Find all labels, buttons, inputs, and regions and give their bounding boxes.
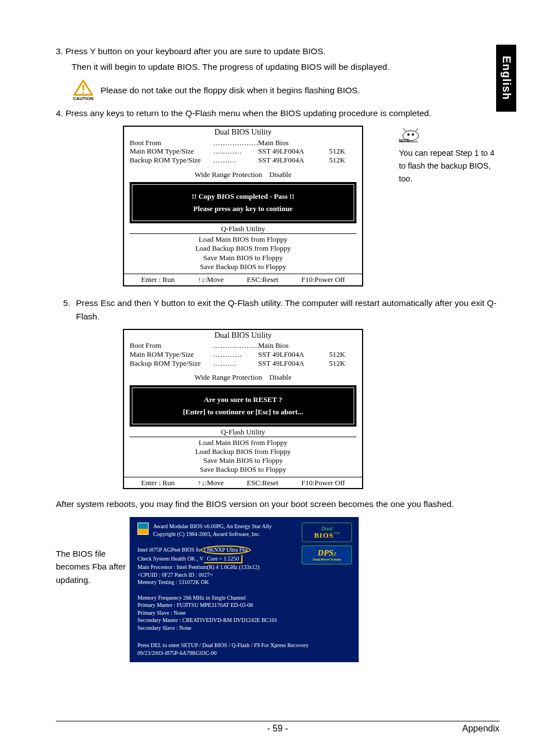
backup-rom-label: Backup ROM Type/Size [130, 156, 213, 165]
footer-f10: F10:Power Off [301, 275, 345, 284]
backup-rom-value: SST 49LF004A [258, 156, 320, 165]
qf-title: Q-Flash Utility [124, 224, 362, 233]
footer-enter: Enter : Run [141, 275, 175, 284]
svg-point-3 [407, 133, 410, 136]
step3-line1: 3. Press Y button on your keyboard after… [56, 45, 499, 58]
msg2-l1: Are you sure to RESET ? [136, 394, 350, 406]
message-frame-1: !! Copy BIOS completed - Pass !! Please … [130, 182, 356, 223]
boot-m1: Memory Frequency 266 MHz in Single Chann… [137, 594, 351, 602]
dps-logo: DPS2 Dual Power System [302, 546, 352, 564]
footer-move: ↑↓:Move [198, 275, 224, 284]
step5: 5. Press Esc and then Y button to exit t… [56, 296, 499, 323]
backup-rom-size: 512K [329, 359, 356, 368]
main-rom-label: Main ROM Type/Size [130, 350, 213, 359]
bios-title: Dual BIOS Utility [124, 331, 362, 341]
bios-version-circled: r 8KNXP Ultra Fba [201, 546, 251, 554]
boot-m5: Secondary Slave : None [137, 624, 351, 632]
award-line1: Award Modular BIOS v6.00PG, An Energy St… [153, 523, 272, 530]
qf-item: Save Main BIOS to Floppy [130, 253, 356, 262]
qf-menu: Load Main BIOS from Floppy Load Backup B… [124, 437, 362, 477]
main-rom-size: 512K [329, 350, 356, 359]
award-icon [137, 523, 149, 535]
bios-footer: Enter : Run ↑↓:Move ESC:Reset F10:Power … [124, 477, 362, 489]
boot-screen: Dual BIOSTM DPS2 Dual Power System Award… [130, 517, 359, 662]
qf-item: Load Main BIOS from Floppy [130, 233, 356, 244]
msg1-l1: !! Copy BIOS completed - Pass !! [136, 190, 350, 203]
bios-screen-2: Dual BIOS Utility Boot From ............… [123, 329, 363, 490]
note-text: You can repeat Step 1 to 4 to flash the … [399, 147, 499, 186]
wrp: Wide Range Protection Disable [124, 170, 362, 179]
main-rom-label: Main ROM Type/Size [130, 147, 213, 156]
dots: ............ [213, 147, 258, 156]
language-tab-label: English [500, 56, 513, 100]
page-number: - 59 - [267, 724, 288, 734]
qf-item: Load Main BIOS from Floppy [130, 437, 356, 447]
boot-from-value: Main Bios [258, 138, 320, 147]
wrp: Wide Range Protection Disable [124, 373, 362, 382]
qf-menu: Load Main BIOS from Floppy Load Backup B… [124, 233, 362, 274]
svg-point-4 [412, 133, 414, 136]
footer-enter: Enter : Run [141, 479, 175, 487]
boot-m3: Primary Slave : None [137, 609, 351, 617]
step5-num: 5. [56, 296, 76, 323]
award-line2: Copyright (C) 1984-2003, Award Software,… [153, 530, 272, 538]
bios-title: Dual BIOS Utility [124, 128, 362, 137]
caution-row: CAUTION Please do not take out the flopp… [72, 79, 499, 101]
section-name: Appendix [462, 724, 499, 734]
boot-b2: 09/23/2003-i875P-6A79BG03C-00 [137, 649, 351, 657]
svg-text:NOTE: NOTE [399, 138, 410, 142]
qf-item: Load Backup BIOS from Floppy [130, 244, 356, 253]
message-frame-2: Are you sure to RESET ? [Enter] to conti… [130, 385, 356, 427]
note-icon: NOTE [399, 126, 499, 142]
footer-esc: ESC:Reset [247, 275, 278, 284]
dots: ....................... [213, 138, 258, 147]
footer-esc: ESC:Reset [247, 479, 278, 487]
boot-l3: Main Processor : Intel Pentium(R) 4 1.6G… [137, 563, 351, 571]
dual-bios-logo: Dual BIOSTM [302, 523, 352, 542]
vcore-underline: Core = 1.5250 [203, 554, 242, 563]
caution-icon: CAUTION [72, 79, 95, 101]
backup-rom-size: 512K [329, 156, 356, 165]
boot-b1: Press DEL to enter SETUP / Dual BIOS / Q… [137, 642, 351, 649]
bios-footer: Enter : Run ↑↓:Move ESC:Reset F10:Power … [124, 274, 362, 285]
caution-text: Please do not take out the floppy disk w… [101, 85, 360, 95]
qf-title: Q-Flash Utility [124, 428, 362, 437]
language-tab: English [496, 45, 516, 112]
boot-l5: Memory Testing : 131072K OK [137, 578, 351, 586]
msg1-l2: Please press any key to continue [136, 203, 350, 215]
qf-item: Load Backup BIOS from Floppy [130, 447, 356, 456]
caution-label: CAUTION [73, 96, 93, 101]
main-rom-size: 512K [329, 147, 356, 156]
backup-rom-value: SST 49LF004A [258, 359, 320, 368]
boot-from-label: Boot From [130, 138, 213, 147]
step3-line2: Then it will begin to update BIOS. The p… [72, 60, 499, 74]
main-rom-value: SST 49LF004A [258, 147, 320, 156]
dots: .......... [213, 156, 258, 165]
footer-move: ↑↓:Move [198, 479, 224, 487]
page-footer: - 59 - Appendix [56, 721, 499, 734]
note-side: NOTE You can repeat Step 1 to 4 to flash… [399, 126, 499, 186]
boot-m4: Secondary Master : CREATIVEDVD-RM DVD124… [137, 616, 351, 624]
footer-f10: F10:Power Off [301, 479, 345, 487]
after-text: After system reboots, you may find the B… [56, 499, 499, 509]
qf-item: Save Backup BIOS to Floppy [130, 262, 356, 271]
qf-item: Save Main BIOS to Floppy [130, 456, 356, 465]
boot-from-label: Boot From [130, 341, 213, 350]
boot-l1a: Intel i875P AGPset BIOS fo [137, 547, 201, 553]
boot-from-value: Main Bios [258, 341, 320, 350]
boot-note: The BIOS file becomes Fba after updating… [56, 517, 129, 586]
svg-point-1 [82, 92, 84, 93]
msg2-l2: [Enter] to continure or [Esc] to abort..… [136, 406, 350, 418]
boot-m2: Primary Master : FUJITSU MPE3170AT ED-03… [137, 601, 351, 609]
boot-l4: <CPUID : 0F27 Patch ID : 0027> [137, 571, 351, 579]
bios-screen-1: Dual BIOS Utility Boot From ............… [123, 126, 363, 286]
step5-text: Press Esc and then Y button to exit the … [76, 296, 499, 323]
qf-item: Save Backup BIOS to Floppy [130, 465, 356, 474]
main-rom-value: SST 49LF004A [258, 350, 320, 359]
backup-rom-label: Backup ROM Type/Size [130, 359, 213, 368]
step4: 4. Press any keys to return to the Q-Fla… [56, 107, 499, 120]
boot-l2a: Check System Health OK , V [137, 556, 203, 562]
